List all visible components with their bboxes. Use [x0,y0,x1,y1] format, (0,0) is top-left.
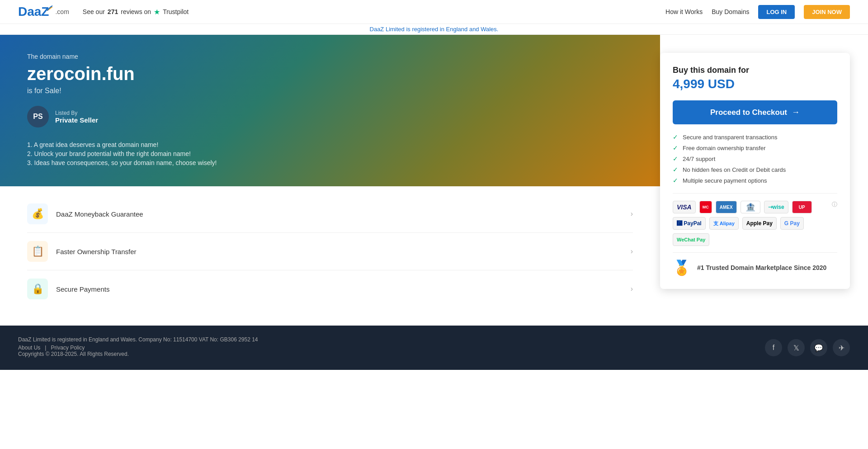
hero-bullet-2: 2. Unlock your brand potential with the … [27,150,633,157]
footer-copyright: Copyrights © 2018-2025. All Rights Reser… [18,351,258,357]
moneyback-label: DaaZ Moneyback Guarantee [56,210,143,218]
buy-feature-4: ✓ No hidden fees on Credit or Debit card… [673,166,837,173]
buy-feature-5: ✓ Multiple secure payment options [673,177,837,184]
logo-dotcom: .com [55,8,69,15]
seller-avatar: PS [27,106,49,128]
seller-row: PS Listed By Private Seller [27,106,633,128]
hero-bullet-3: 3. Ideas have consequences, so your doma… [27,159,633,166]
nav-how-it-works[interactable]: How it Works [665,8,703,15]
hero-forsale: is for Sale! [27,87,633,95]
check-icon-5: ✓ [673,177,678,184]
features-section: 💰 DaaZ Moneyback Guarantee › 📋 Faster Ow… [0,186,660,326]
buy-features-list: ✓ Secure and transparent transactions ✓ … [673,133,837,184]
feature-moneyback-left: 💰 DaaZ Moneyback Guarantee [27,203,143,224]
buy-feature-3: ✓ 24/7 support [673,155,837,162]
footer-links: About Us | Privacy Policy [18,345,258,351]
footer: DaaZ Limited is registered in England an… [0,326,868,370]
payment-logo-bank: 🏦 [741,201,760,213]
buy-feature-2: ✓ Free domain ownership transfer [673,144,837,151]
reg-bar-text: DaaZ Limited is registered in England an… [370,26,499,33]
payment-logo-visa: VISA [673,201,696,213]
payment-info-icon[interactable]: ⓘ [832,201,837,208]
chevron-right-icon-moneyback: › [631,210,633,218]
header-left: DaaZ .com See our 271 reviews on ★ Trust… [18,5,189,19]
social-whatsapp-button[interactable]: 💬 [810,339,827,356]
payment-logo-applepay: Apple Pay [742,217,777,230]
hero-subtitle: The domain name [27,53,633,60]
check-icon-3: ✓ [673,155,678,162]
feature-ownership-left: 📋 Faster Ownership Transfer [27,241,137,262]
buy-price: 4,999 USD [673,77,837,91]
ownership-icon: 📋 [27,241,48,262]
footer-social: f 𝕏 💬 ✈ [765,339,850,356]
feature-payments-left: 🔒 Secure Payments [27,279,109,299]
hero-bullet-1: 1. A great idea deserves a great domain … [27,141,633,148]
footer-privacy-policy[interactable]: Privacy Policy [51,345,85,351]
trustpilot-count: 271 [108,8,118,15]
whatsapp-icon: 💬 [814,344,823,352]
payment-logo-paypal: 🅿 PayPal [673,217,706,230]
feature-ownership[interactable]: 📋 Faster Ownership Transfer › [27,233,633,270]
trustpilot-badge: See our 271 reviews on ★ Trustpilot [83,8,189,16]
hero-section: The domain name zerocoin.fun is for Sale… [0,35,660,186]
feature-payments[interactable]: 🔒 Secure Payments › [27,270,633,307]
facebook-icon: f [773,344,774,352]
moneyback-icon: 💰 [27,203,48,224]
payment-logo-gpay: G Pay [780,217,804,230]
social-facebook-button[interactable]: f [765,339,782,356]
payment-logos-row1: VISA MC AMEX 🏦 ⇾wise UP [673,201,832,213]
seller-info: Listed By Private Seller [55,110,98,124]
medal-icon: 🏅 [673,259,691,276]
header: DaaZ .com See our 271 reviews on ★ Trust… [0,0,868,24]
payment-logo-wechat: WeChat Pay [673,233,709,246]
payments-icon: 🔒 [27,279,48,299]
payment-logo-wise: ⇾wise [764,201,788,213]
social-telegram-button[interactable]: ✈ [833,339,850,356]
social-twitter-button[interactable]: 𝕏 [788,339,805,356]
payment-section: ⓘ VISA MC AMEX 🏦 ⇾wise UP 🅿 PayPal 支 Ali… [673,193,837,246]
telegram-icon: ✈ [839,344,844,352]
footer-about-us[interactable]: About Us [18,345,40,351]
hero-left: The domain name zerocoin.fun is for Sale… [0,35,660,186]
logo: DaaZ .com [18,5,69,19]
listed-by-label: Listed By [55,110,98,116]
trusted-section: 🏅 #1 Trusted Domain Marketplace Since 20… [673,252,837,276]
trustpilot-suffix: reviews on [121,8,151,15]
payment-logo-alipay: 支 Alipay [709,217,739,230]
hero-domain: zerocoin.fun [27,64,633,84]
buy-title: Buy this domain for [673,66,837,75]
payment-logo-unionpay: UP [792,201,812,213]
checkout-button[interactable]: Proceed to Checkout → [673,100,837,124]
hero-bullets: 1. A great idea deserves a great domain … [27,141,633,166]
join-button[interactable]: JOIN NOW [804,5,850,19]
header-right: How it Works Buy Domains LOG IN JOIN NOW [665,5,850,19]
check-icon-2: ✓ [673,144,678,151]
trustpilot-star-icon: ★ [154,8,160,16]
payment-logos-row2: 🅿 PayPal 支 Alipay Apple Pay G Pay WeChat… [673,217,837,246]
twitter-icon: 𝕏 [793,344,799,352]
trustpilot-prefix: See our [83,8,105,15]
main-content: The domain name zerocoin.fun is for Sale… [0,35,868,326]
trustpilot-brand: Trustpilot [163,8,189,15]
buy-feature-1: ✓ Secure and transparent transactions [673,133,837,141]
main-left: The domain name zerocoin.fun is for Sale… [0,35,660,326]
chevron-right-icon-payments: › [631,285,633,293]
chevron-right-icon-ownership: › [631,247,633,255]
trusted-text: #1 Trusted Domain Marketplace Since 2020 [697,264,826,271]
checkout-arrow-icon: → [792,108,800,117]
seller-name: Private Seller [55,116,98,124]
nav-buy-domains[interactable]: Buy Domains [712,8,749,15]
payment-logo-amex: AMEX [716,201,737,213]
login-button[interactable]: LOG IN [758,5,795,19]
check-icon-4: ✓ [673,166,678,173]
check-icon-1: ✓ [673,133,678,141]
footer-left: DaaZ Limited is registered in England an… [18,336,258,359]
registration-bar: DaaZ Limited is registered in England an… [0,24,868,35]
feature-moneyback[interactable]: 💰 DaaZ Moneyback Guarantee › [27,195,633,233]
logo-wifi-icon [42,4,52,11]
checkout-label: Proceed to Checkout [710,108,787,117]
footer-reg-text: DaaZ Limited is registered in England an… [18,336,258,343]
footer-inner: DaaZ Limited is registered in England an… [18,336,850,359]
payment-logo-mastercard: MC [699,201,712,213]
footer-divider: | [45,345,46,351]
